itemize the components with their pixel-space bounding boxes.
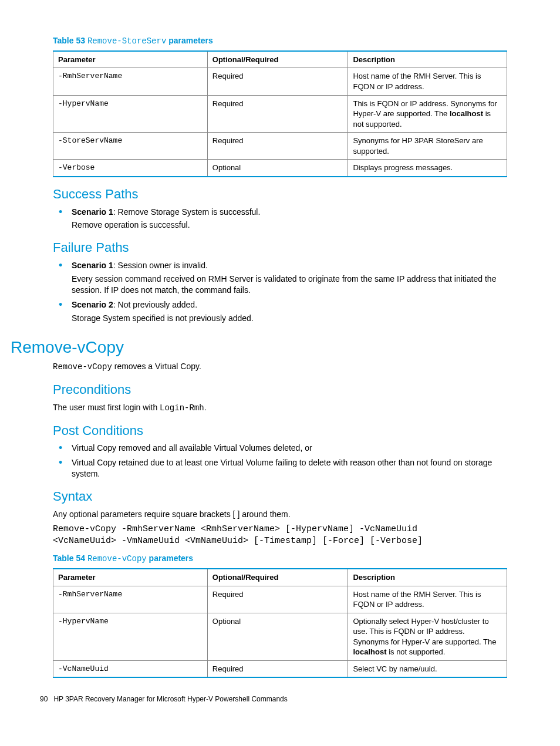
table54-h2: Optional/Required xyxy=(207,569,348,586)
table53-caption-suffix: parameters xyxy=(166,36,212,45)
table-row: -HypervNameOptionalOptionally select Hyp… xyxy=(53,613,507,660)
table53-caption-prefix: Table 53 xyxy=(53,36,87,45)
page-footer: 90 HP 3PAR Recovery Manager for Microsof… xyxy=(40,694,507,704)
syntax-code: Remove-vCopy -RmhServerName <RmhServerNa… xyxy=(53,524,507,548)
success-s1-title: Scenario 1 xyxy=(72,207,113,217)
param-cell: -RmhServerName xyxy=(53,68,208,95)
req-cell: Required xyxy=(207,95,348,133)
table54-caption-prefix: Table 54 xyxy=(53,553,87,563)
param-cell: -HypervName xyxy=(53,95,208,133)
desc-cell: Select VC by name/uuid. xyxy=(348,660,507,677)
req-cell: Required xyxy=(207,586,348,613)
req-cell: Optional xyxy=(207,613,348,660)
preconditions-text: The user must first login with Login-Rmh… xyxy=(53,402,507,414)
desc-cell: Optionally select Hyper-V host/cluster t… xyxy=(348,613,507,660)
failure-list: Scenario 1: Session owner is invalid. Ev… xyxy=(53,260,507,323)
req-cell: Required xyxy=(207,660,348,677)
postconditions-list: Virtual Copy removed and all available V… xyxy=(53,443,507,480)
desc-cell: Synonyms for HP 3PAR StoreServ are suppo… xyxy=(348,133,507,160)
postconditions-item-2: Virtual Copy retained due to at least on… xyxy=(53,457,507,480)
table-row: -HypervNameRequiredThis is FQDN or IP ad… xyxy=(53,95,507,133)
table53-h1: Parameter xyxy=(53,51,208,68)
table-row: -VcNameUuidRequiredSelect VC by name/uui… xyxy=(53,660,507,677)
failure-s2-sub: Storage System specified is not previous… xyxy=(72,313,507,324)
success-list: Scenario 1: Remove Storage System is suc… xyxy=(53,207,507,231)
postconditions-item-1: Virtual Copy removed and all available V… xyxy=(53,443,507,454)
table54-caption: Table 54 Remove-vCopy parameters xyxy=(53,553,507,565)
table54-h1: Parameter xyxy=(53,569,208,586)
param-cell: -StoreServName xyxy=(53,133,208,160)
syntax-heading: Syntax xyxy=(53,488,507,505)
failure-s1-rest: : Session owner is invalid. xyxy=(113,261,208,270)
failure-s1-sub: Every session command received on RMH Se… xyxy=(72,274,507,296)
success-s1-sub: Remove operation is successful. xyxy=(72,220,507,231)
remove-vcopy-intro-rest: removes a Virtual Copy. xyxy=(112,362,201,371)
success-item-1: Scenario 1: Remove Storage System is suc… xyxy=(53,207,507,231)
table-row: -RmhServerNameRequiredHost name of the R… xyxy=(53,68,507,95)
preconditions-cmd: Login-Rmh xyxy=(160,403,204,413)
table-row: -VerboseOptionalDisplays progress messag… xyxy=(53,160,507,177)
req-cell: Required xyxy=(207,133,348,160)
table54-h3: Description xyxy=(348,569,507,586)
table53-h3: Description xyxy=(348,51,507,68)
req-cell: Required xyxy=(207,68,348,95)
param-cell: -VcNameUuid xyxy=(53,660,208,677)
failure-s1-title: Scenario 1 xyxy=(72,261,113,270)
success-paths-heading: Success Paths xyxy=(53,185,507,203)
table54: Parameter Optional/Required Description … xyxy=(53,568,507,678)
preconditions-post: . xyxy=(204,403,207,412)
postconditions-heading: Post Conditions xyxy=(53,422,507,440)
failure-s2-rest: : Not previously added. xyxy=(113,300,197,309)
table53-caption: Table 53 Remove-StoreServ parameters xyxy=(53,35,507,47)
table53-h2: Optional/Required xyxy=(207,51,348,68)
remove-vcopy-intro: Remove-vCopy removes a Virtual Copy. xyxy=(53,361,507,373)
desc-cell: Host name of the RMH Server. This is FQD… xyxy=(348,586,507,613)
req-cell: Optional xyxy=(207,160,348,177)
desc-cell: This is FQDN or IP address. Synonyms for… xyxy=(348,95,507,133)
syntax-text: Any optional parameters require square b… xyxy=(53,509,507,520)
table53: Parameter Optional/Required Description … xyxy=(53,50,507,177)
table-row: -RmhServerNameRequiredHost name of the R… xyxy=(53,586,507,613)
failure-item-2: Scenario 2: Not previously added. Storag… xyxy=(53,299,507,324)
preconditions-pre: The user must first login with xyxy=(53,403,160,412)
desc-cell: Host name of the RMH Server. This is FQD… xyxy=(348,68,507,95)
footer-title: HP 3PAR Recovery Manager for Microsoft H… xyxy=(53,695,287,703)
failure-paths-heading: Failure Paths xyxy=(53,239,507,256)
success-s1-rest: : Remove Storage System is successful. xyxy=(113,207,261,217)
param-cell: -RmhServerName xyxy=(53,586,208,613)
table54-caption-suffix: parameters xyxy=(147,553,193,563)
param-cell: -Verbose xyxy=(53,160,208,177)
param-cell: -HypervName xyxy=(53,613,208,660)
remove-vcopy-heading: Remove-vCopy xyxy=(11,336,507,359)
preconditions-heading: Preconditions xyxy=(53,381,507,399)
table53-caption-cmd: Remove-StoreServ xyxy=(87,36,166,46)
desc-cell: Displays progress messages. xyxy=(348,160,507,177)
failure-item-1: Scenario 1: Session owner is invalid. Ev… xyxy=(53,260,507,296)
table54-caption-cmd: Remove-vCopy xyxy=(87,554,147,563)
page-number: 90 xyxy=(40,695,48,703)
failure-s2-title: Scenario 2 xyxy=(72,300,113,309)
remove-vcopy-intro-cmd: Remove-vCopy xyxy=(53,362,112,372)
table-row: -StoreServNameRequiredSynonyms for HP 3P… xyxy=(53,133,507,160)
